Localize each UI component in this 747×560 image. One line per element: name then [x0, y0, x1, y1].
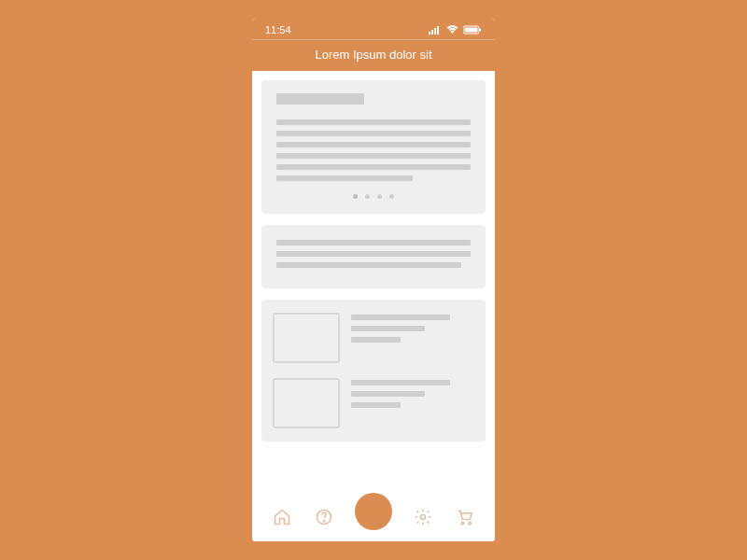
svg-point-8 [323, 521, 324, 522]
text-placeholder [276, 119, 471, 125]
thumbnail-placeholder [273, 378, 340, 428]
text-placeholder [276, 153, 471, 159]
text-placeholder [351, 380, 450, 385]
text-placeholder [276, 175, 413, 181]
home-icon[interactable] [272, 507, 292, 527]
carousel-dot[interactable] [389, 194, 394, 199]
text-placeholder [351, 315, 450, 320]
wifi-icon [446, 25, 458, 35]
text-placeholder [351, 337, 401, 343]
text-placeholder [351, 326, 425, 331]
thumbnail-placeholder [273, 313, 340, 363]
svg-rect-0 [429, 32, 430, 35]
page-header: Lorem Ipsum dolor sit [252, 39, 495, 71]
list-item-body [351, 378, 474, 428]
page-title: Lorem Ipsum dolor sit [316, 48, 432, 62]
svg-rect-5 [465, 28, 478, 33]
carousel-dot[interactable] [377, 194, 382, 199]
list-item[interactable] [273, 378, 474, 428]
phone-frame: 11:54 Lorem Ipsum dolor sit [252, 19, 495, 541]
help-icon[interactable] [314, 507, 334, 527]
battery-icon [463, 25, 482, 35]
cart-icon[interactable] [455, 507, 475, 527]
list-item-body [351, 313, 474, 363]
status-bar: 11:54 [252, 19, 495, 39]
text-placeholder [276, 240, 471, 245]
svg-point-11 [469, 522, 472, 525]
text-placeholder [276, 142, 471, 147]
text-placeholder [276, 251, 471, 257]
list-card [261, 300, 486, 441]
svg-point-9 [421, 515, 426, 520]
text-placeholder [276, 131, 471, 136]
status-indicators [429, 25, 482, 35]
center-action-button[interactable] [355, 493, 392, 530]
settings-icon[interactable] [413, 507, 433, 527]
list-item[interactable] [273, 313, 474, 363]
carousel-card[interactable] [261, 80, 486, 214]
text-card [261, 225, 486, 288]
text-placeholder [276, 164, 471, 170]
card-title-placeholder [276, 93, 364, 105]
svg-point-10 [461, 522, 464, 525]
tab-bar [252, 493, 495, 541]
signal-icon [429, 25, 442, 35]
status-time: 11:54 [265, 24, 291, 35]
text-placeholder [351, 402, 401, 408]
svg-rect-2 [434, 28, 436, 35]
svg-rect-3 [437, 26, 439, 35]
carousel-dots [276, 194, 471, 199]
svg-rect-1 [431, 30, 433, 35]
text-placeholder [276, 262, 461, 268]
text-placeholder [351, 391, 425, 397]
content-area [252, 71, 495, 541]
carousel-dot[interactable] [353, 194, 358, 199]
svg-rect-6 [480, 29, 482, 32]
carousel-dot[interactable] [365, 194, 370, 199]
